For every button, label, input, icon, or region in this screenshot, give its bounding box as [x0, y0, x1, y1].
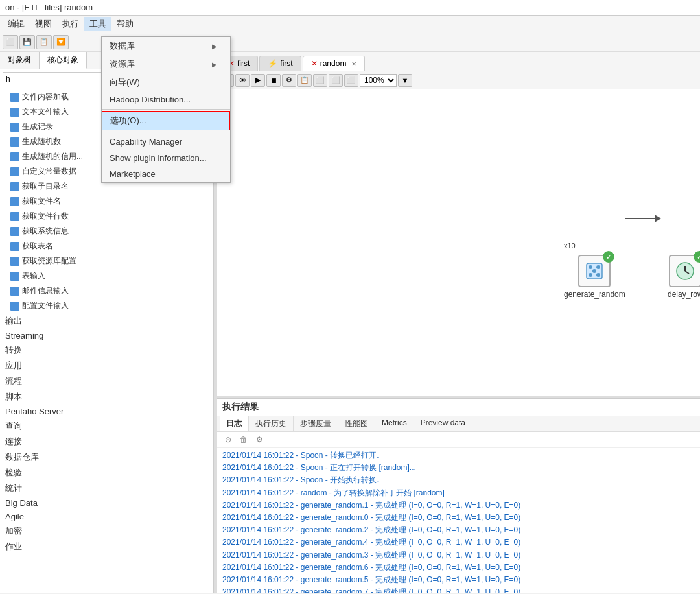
delay-row-label: delay_row	[668, 290, 700, 299]
canvas-btn-9[interactable]: ⬜	[344, 74, 358, 87]
exec-clear-btn[interactable]: 🗑	[238, 434, 250, 446]
node-generate-random[interactable]: x10 ✓ generate_random	[564, 255, 625, 299]
zoom-select[interactable]: 100% 75% 50% 125% 150%	[360, 74, 397, 87]
log-line: 2021/01/14 16:01:22 - generate_random.4 …	[222, 536, 695, 549]
svg-point-3	[589, 273, 592, 277]
exec-stop-btn[interactable]: ⊙	[222, 434, 234, 446]
log-line: 2021/01/14 16:01:22 - random - 为了转换解除补丁开…	[222, 487, 695, 499]
canvas-btn-5[interactable]: ⚙	[282, 74, 296, 87]
table-input-icon	[10, 272, 19, 281]
canvas-btn-stop[interactable]: ⏹	[266, 74, 281, 87]
exec-tab-history[interactable]: 执行历史	[249, 416, 294, 431]
sidebar-item-get-filerows[interactable]: 获取文件行数	[0, 209, 213, 224]
toolbar-btn-2[interactable]: 💾	[19, 35, 35, 49]
canvas-btn-6[interactable]: 📋	[298, 74, 312, 87]
delay-row-svg	[675, 261, 695, 281]
exec-results-title: 执行结果	[217, 399, 700, 416]
email-input-icon	[10, 287, 19, 296]
node-delay-row[interactable]: ✓ delay_row	[668, 255, 700, 299]
canvas: x10 ✓ generate_random	[217, 89, 700, 396]
sidebar-item-get-repo-config[interactable]: 获取资源库配置	[0, 254, 213, 268]
menu-tools[interactable]: 工具	[84, 17, 111, 31]
group-connect[interactable]: 连接	[0, 434, 213, 449]
tab-first2[interactable]: ⚡ first	[259, 56, 301, 71]
sidebar-item-get-tablename[interactable]: 获取表名	[0, 239, 213, 254]
get-filerows-icon	[10, 212, 19, 221]
menu-wizard[interactable]: 向导(W)	[102, 73, 230, 91]
tab-random-close[interactable]: ✕	[351, 60, 356, 67]
canvas-btn-dropdown[interactable]: ▼	[398, 74, 412, 87]
log-line: 2021/01/14 16:01:22 - generate_random.3 …	[222, 549, 695, 562]
group-script[interactable]: 脚本	[0, 389, 213, 405]
menu-options[interactable]: 选项(O)...	[102, 111, 230, 130]
generate-random-label: generate_random	[564, 290, 625, 299]
menu-view[interactable]: 视图	[30, 17, 57, 31]
toolbar-btn-4[interactable]: 🔽	[53, 35, 69, 49]
content-area: ✕ first ⚡ first ✕ random ✕ ⬜ 👁 ▶ ⏹ ⚙ 📋 ⬜…	[217, 52, 700, 593]
exec-tab-preview[interactable]: Preview data	[414, 416, 472, 431]
tab-bar: ✕ first ⚡ first ✕ random ✕	[217, 52, 700, 71]
text-input-icon	[10, 108, 19, 117]
sidebar-tab-core[interactable]: 核心对象	[40, 52, 87, 69]
exec-toolbar: ⊙ 🗑 ⚙	[217, 432, 700, 448]
menu-run[interactable]: 执行	[57, 17, 84, 31]
group-validate[interactable]: 检验	[0, 465, 213, 481]
sidebar-item-get-filename[interactable]: 获取文件名	[0, 194, 213, 209]
generate-random-check: ✓	[603, 251, 614, 263]
canvas-btn-eye[interactable]: 👁	[235, 74, 250, 87]
get-subdir-icon	[10, 182, 19, 191]
group-bigdata[interactable]: Big Data	[0, 496, 213, 510]
log-line: 2021/01/14 16:01:22 - generate_random.1 …	[222, 499, 695, 512]
canvas-btn-8[interactable]: ⬜	[329, 74, 343, 87]
group-job[interactable]: 作业	[0, 539, 213, 554]
log-line: 2021/01/14 16:01:22 - generate_random.5 …	[222, 574, 695, 586]
menu-database[interactable]: 数据库 ▶	[102, 37, 230, 55]
log-area: 2021/01/14 16:01:22 - Spoon - 转换已经打开.202…	[217, 448, 700, 593]
group-output[interactable]: 输出	[0, 313, 213, 329]
canvas-btn-7[interactable]: ⬜	[313, 74, 327, 87]
menu-help[interactable]: 帮助	[111, 17, 139, 31]
exec-settings-btn[interactable]: ⚙	[253, 434, 265, 446]
group-stats[interactable]: 统计	[0, 481, 213, 496]
sidebar-item-get-sysinfo[interactable]: 获取系统信息	[0, 224, 213, 239]
group-transform[interactable]: 转换	[0, 342, 213, 358]
toolbar-btn-1[interactable]: ⬜	[3, 35, 18, 49]
group-streaming[interactable]: Streaming	[0, 329, 213, 342]
group-pentaho-server[interactable]: Pentaho Server	[0, 405, 213, 418]
exec-tab-steps[interactable]: 步骤度量	[294, 416, 338, 431]
group-dw[interactable]: 数据仓库	[0, 449, 213, 465]
title-bar: on - [ETL_files] random	[0, 0, 700, 16]
menu-capability[interactable]: Capability Manager	[102, 134, 230, 150]
group-apply[interactable]: 应用	[0, 358, 213, 374]
menu-resource[interactable]: 资源库 ▶	[102, 55, 230, 73]
menu-marketplace[interactable]: Marketplace	[102, 166, 230, 182]
tab-random[interactable]: ✕ random ✕	[303, 56, 366, 71]
sidebar-item-table-input[interactable]: 表输入	[0, 268, 213, 283]
group-flow[interactable]: 流程	[0, 374, 213, 389]
exec-tabs: 日志 执行历史 步骤度量 性能图 Metrics Preview data	[217, 416, 700, 432]
exec-tab-perf[interactable]: 性能图	[338, 416, 375, 431]
canvas-btn-play[interactable]: ▶	[251, 74, 265, 87]
menu-plugin-info[interactable]: Show plugin information...	[102, 150, 230, 166]
toolbar-btn-3[interactable]: 📋	[36, 35, 52, 49]
group-encrypt[interactable]: 加密	[0, 523, 213, 539]
exec-tab-metrics[interactable]: Metrics	[375, 416, 414, 431]
group-query[interactable]: 查询	[0, 418, 213, 434]
submenu-arrow-resource: ▶	[212, 61, 217, 68]
log-line: 2021/01/14 16:01:22 - generate_random.2 …	[222, 524, 695, 536]
log-line: 2021/01/14 16:01:22 - Spoon - 正在打开转换 [ra…	[222, 462, 695, 474]
group-agile[interactable]: Agile	[0, 510, 213, 523]
log-line: 2021/01/14 16:01:22 - generate_random.7 …	[222, 586, 695, 593]
sidebar-item-config-file-input[interactable]: 配置文件输入	[0, 298, 213, 313]
canvas-toolbar: ⬜ 👁 ▶ ⏹ ⚙ 📋 ⬜ ⬜ ⬜ 100% 75% 50% 125% 150%…	[217, 71, 700, 89]
exec-tab-log[interactable]: 日志	[220, 416, 249, 431]
sidebar-item-email-input[interactable]: 邮件信息输入	[0, 283, 213, 298]
tab-random-icon: ✕	[311, 59, 318, 68]
svg-point-5	[592, 269, 596, 273]
menu-edit[interactable]: 编辑	[3, 17, 30, 31]
tools-dropdown-menu: 数据库 ▶ 资源库 ▶ 向导(W) Hadoop Distribution...…	[101, 36, 231, 183]
exec-results: 执行结果 日志 执行历史 步骤度量 性能图 Metrics Preview da…	[217, 398, 700, 593]
log-line: 2021/01/14 16:01:22 - Spoon - 转换已经打开.	[222, 449, 695, 462]
menu-hadoop[interactable]: Hadoop Distribution...	[102, 91, 230, 108]
sidebar-tab-tree[interactable]: 对象树	[0, 52, 40, 69]
